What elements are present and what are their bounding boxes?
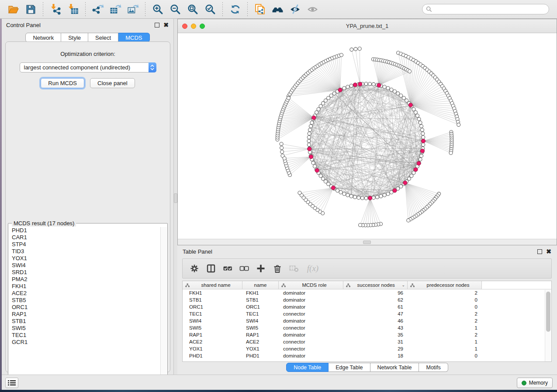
mcds-node-item[interactable]: TEC1 (9, 332, 161, 339)
table-row[interactable]: SWI4SWI4dominator462 (183, 317, 551, 324)
table-cell: RAP1 (242, 331, 279, 338)
mcds-node-item[interactable]: GCR1 (9, 339, 161, 346)
search-wrap (422, 4, 549, 14)
export-image-button[interactable] (125, 2, 140, 17)
float-panel-icon[interactable] (155, 23, 159, 28)
splitter-grip[interactable] (363, 241, 371, 244)
close-panel-icon[interactable]: ✖ (163, 22, 169, 28)
column-header-MCDS-role[interactable]: MCDS role (279, 281, 343, 289)
mcds-node-item[interactable]: YOX1 (9, 255, 161, 262)
tab-style[interactable]: Style (61, 33, 88, 42)
tab-node-table[interactable]: Node Table (286, 363, 329, 372)
mcds-result-scrollbar[interactable] (160, 227, 167, 384)
table-row[interactable]: ACE2ACE2connector311 (183, 338, 551, 345)
horizontal-splitter[interactable] (178, 239, 557, 245)
table-row[interactable]: RAP1RAP1dominator352 (183, 331, 551, 338)
table-cell: TEC1 (183, 310, 242, 317)
import-network-icon (50, 3, 62, 15)
column-header-predecessor-nodes[interactable]: predecessor nodes (408, 281, 482, 289)
table-cell: 47 (343, 310, 408, 317)
mcds-node-item[interactable]: STB5 (9, 297, 161, 304)
show-eye-icon (307, 3, 318, 15)
scrollbar-thumb[interactable] (546, 292, 550, 332)
fx-icon: f(x) (307, 264, 318, 273)
tab-edge-table[interactable]: Edge Table (329, 363, 370, 372)
mcds-node-item[interactable]: TID3 (9, 248, 161, 255)
zoom-out-button[interactable] (168, 2, 183, 17)
zoom-selected-button[interactable] (203, 2, 218, 17)
find-button[interactable] (270, 2, 285, 17)
table-row[interactable]: STB1STB1dominator620 (183, 296, 551, 303)
table-panel-titlebar: Table Panel ✖ (177, 245, 557, 258)
deselect-all-button[interactable] (238, 262, 251, 275)
column-header-shared-name[interactable]: shared name (183, 281, 242, 289)
vertical-splitter[interactable] (174, 19, 177, 375)
mcds-node-item[interactable]: STP4 (9, 241, 161, 248)
mcds-node-item[interactable]: SRD1 (9, 269, 161, 276)
table-row[interactable]: TEC1TEC1connector472 (183, 310, 551, 317)
table-row[interactable]: ORC1ORC1dominator610 (183, 303, 551, 310)
share-document-button[interactable] (253, 2, 267, 17)
open-session-button[interactable] (6, 2, 21, 17)
table-row[interactable]: PHD1PHD1dominator180 (183, 352, 551, 359)
mcds-node-item[interactable]: PMA2 (9, 276, 161, 283)
table-row[interactable]: SWI5SWI5connector431 (183, 324, 551, 331)
column-header-name[interactable]: name (242, 281, 279, 289)
mcds-node-item[interactable]: ORC1 (9, 304, 161, 311)
mcds-node-item[interactable]: SWI5 (9, 325, 161, 332)
table-cell: dominator (279, 352, 343, 359)
float-panel-icon[interactable] (537, 249, 542, 254)
mcds-result-list[interactable]: PHD1CAR1STP4TID3YOX1SWI4SRD1PMA2FKH1ACE2… (9, 227, 161, 384)
column-header-successor-nodes[interactable]: successor nodes⌄ (343, 281, 408, 289)
table-cell: connector (279, 324, 343, 331)
tab-select[interactable]: Select (88, 33, 118, 42)
mcds-node-item[interactable]: ACE2 (9, 290, 161, 297)
zoom-in-button[interactable] (150, 2, 165, 17)
zoom-out-icon (170, 3, 181, 15)
import-table-button[interactable] (66, 2, 80, 17)
mcds-node-item[interactable]: PHD1 (9, 227, 161, 234)
run-mcds-button[interactable]: Run MCDS (41, 78, 84, 88)
table-row[interactable]: FKH1FKH1dominator962 (183, 289, 551, 296)
control-panel-tabs: NetworkStyleSelectMCDS (2, 33, 173, 42)
create-column-button[interactable] (254, 262, 267, 275)
save-session-button[interactable] (23, 2, 38, 17)
criterion-select[interactable]: largest connected component (undirected) (20, 62, 156, 72)
search-input[interactable] (422, 4, 549, 14)
import-network-button[interactable] (48, 2, 63, 17)
table-cell: ORC1 (242, 303, 279, 310)
control-panel-titlebar: Control Panel ✖ (2, 19, 173, 31)
memory-button[interactable]: Memory (517, 378, 553, 388)
hide-graphics-details-button[interactable] (287, 2, 302, 17)
mcds-node-item[interactable]: SWI4 (9, 262, 161, 269)
refresh-button[interactable] (228, 2, 242, 17)
zoom-fit-button[interactable] (185, 2, 200, 17)
close-panel-button[interactable]: Close panel (90, 78, 135, 88)
mcds-node-item[interactable]: RAP1 (9, 311, 161, 318)
mcds-node-item[interactable]: FKH1 (9, 283, 161, 290)
tab-motifs[interactable]: Motifs (419, 363, 448, 372)
splitter-grip[interactable] (174, 193, 177, 203)
select-all-button[interactable] (221, 262, 234, 275)
mcds-node-item[interactable]: STB1 (9, 318, 161, 325)
gear-icon (190, 264, 199, 273)
export-network-button[interactable] (90, 2, 105, 17)
tab-mcds[interactable]: MCDS (118, 33, 149, 42)
mcds-node-item[interactable]: CAR1 (9, 234, 161, 241)
table-scrollbar[interactable] (545, 290, 551, 361)
table-cell: 2 (408, 331, 482, 338)
delete-column-button[interactable] (271, 262, 284, 275)
network-window-titlebar[interactable]: YPA_prune.txt_1 (178, 19, 557, 33)
export-table-button[interactable] (108, 2, 123, 17)
show-panel-list-button[interactable] (5, 378, 18, 388)
show-columns-button[interactable] (204, 262, 218, 275)
export-network-icon (92, 3, 104, 15)
close-panel-icon[interactable]: ✖ (546, 248, 552, 254)
plus-icon (256, 264, 266, 273)
network-canvas[interactable] (178, 33, 557, 239)
table-settings-button[interactable] (188, 262, 201, 275)
table-row[interactable]: YOX1YOX1connector291 (183, 345, 551, 352)
deselect-all-icon (239, 264, 249, 273)
tab-network-table[interactable]: Network Table (370, 363, 419, 372)
tab-network[interactable]: Network (25, 33, 61, 42)
